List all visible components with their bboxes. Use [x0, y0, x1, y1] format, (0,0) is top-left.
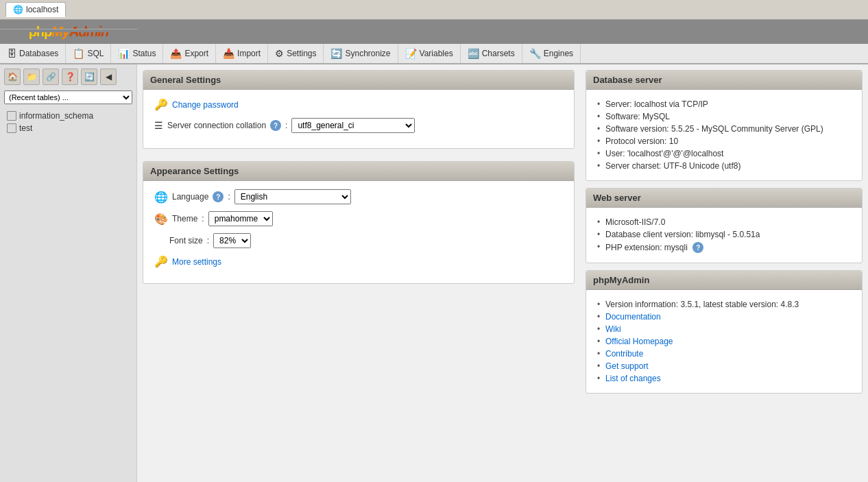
sidebar-link-button[interactable]: 🔗: [43, 69, 59, 85]
settings-icon: ⚙: [275, 48, 284, 59]
sidebar-nav-icons: 🏠 📁 🔗 ❓ 🔄 ◀: [4, 69, 132, 85]
language-icon: 🌐: [154, 191, 168, 204]
list-item-documentation[interactable]: Documentation: [597, 311, 851, 323]
sidebar-home-button[interactable]: 🏠: [4, 69, 21, 85]
tab-label: localhost: [26, 5, 58, 14]
sidebar-icons: [0, 29, 137, 32]
status-icon: 📊: [118, 48, 130, 59]
list-item: Microsoft-IIS/7.0: [597, 216, 851, 228]
import-icon: 📥: [223, 48, 234, 59]
nav-settings[interactable]: ⚙ Settings: [268, 44, 324, 63]
more-settings-link[interactable]: More settings: [172, 257, 221, 267]
collation-label: Server connection collation: [167, 121, 266, 130]
header-row: phpMyAdmin: [0, 20, 868, 44]
nav-databases[interactable]: 🗄 Databases: [0, 44, 66, 63]
general-settings-header: General Settings: [143, 71, 574, 90]
theme-select[interactable]: pmahomme: [208, 211, 273, 226]
nav-status[interactable]: 📊 Status: [111, 44, 163, 63]
list-item: User: 'localhost'@'@'@localhost: [597, 147, 851, 160]
general-settings-panel: General Settings 🔑 Change password ☰ Ser…: [143, 70, 575, 149]
phpmyadmin-header: phpMyAdmin: [586, 271, 862, 290]
theme-row: 🎨 Theme : pmahomme: [154, 211, 563, 226]
list-item: Server: localhost via TCP/IP: [597, 98, 851, 110]
sidebar-reload-button[interactable]: 🔄: [81, 69, 97, 85]
db-icon: [7, 111, 16, 121]
export-icon: 📤: [170, 48, 182, 59]
list-of-changes-link[interactable]: List of changes: [605, 374, 661, 383]
database-server-header: Database server: [586, 71, 862, 90]
list-item-contribute[interactable]: Contribute: [597, 348, 851, 360]
list-item: PHP extension: mysqli ?: [597, 241, 851, 254]
change-password-row: 🔑 Change password: [154, 98, 563, 111]
key-icon: 🔑: [154, 98, 168, 111]
sidebar-item-information-schema[interactable]: information_schema: [4, 110, 132, 122]
font-size-label: Font size: [154, 236, 203, 245]
list-item-list-of-changes[interactable]: List of changes: [597, 372, 851, 385]
list-item-get-support[interactable]: Get support: [597, 360, 851, 372]
nav-import[interactable]: 📥 Import: [216, 44, 268, 63]
sidebar: 🏠 📁 🔗 ❓ 🔄 ◀ (Recent tables) ... informat…: [0, 64, 137, 482]
nav-charsets[interactable]: 🔤 Charsets: [461, 44, 522, 63]
web-server-body: Microsoft-IIS/7.0 Database client versio…: [586, 208, 862, 263]
databases-icon: 🗄: [7, 48, 16, 59]
list-item-wiki[interactable]: Wiki: [597, 323, 851, 335]
web-server-panel: Web server Microsoft-IIS/7.0 Database cl…: [586, 188, 863, 263]
sidebar-help-button[interactable]: ❓: [62, 69, 78, 85]
database-server-list: Server: localhost via TCP/IP Software: M…: [597, 98, 851, 172]
sidebar-folder-button[interactable]: 📁: [23, 69, 40, 85]
language-help-icon[interactable]: ?: [213, 191, 224, 202]
tab-icon: 🌐: [13, 5, 23, 14]
db-icon: [7, 123, 16, 133]
phpmyadmin-list: Version information: 3.5.1, latest stabl…: [597, 298, 851, 385]
collation-select[interactable]: utf8_general_ci: [291, 118, 415, 133]
language-row: 🌐 Language ? : English: [154, 189, 563, 204]
web-server-header: Web server: [586, 189, 862, 208]
browser-tab[interactable]: 🌐 localhost: [5, 2, 66, 17]
database-server-body: Server: localhost via TCP/IP Software: M…: [586, 90, 862, 180]
php-ext-help-icon[interactable]: ?: [692, 242, 703, 253]
more-settings-icon: 🔑: [154, 255, 168, 268]
language-select[interactable]: English: [234, 189, 351, 204]
nav-sql[interactable]: 📋 SQL: [66, 44, 111, 63]
variables-icon: 📝: [405, 48, 417, 59]
collation-help-icon[interactable]: ?: [270, 120, 281, 131]
official-homepage-link[interactable]: Official Homepage: [605, 337, 673, 346]
nav-engines[interactable]: 🔧 Engines: [522, 44, 581, 63]
sql-icon: 📋: [73, 48, 84, 59]
general-settings-body: 🔑 Change password ☰ Server connection co…: [143, 90, 574, 148]
more-settings-row: 🔑 More settings: [154, 255, 563, 268]
sidebar-item-test[interactable]: test: [4, 122, 132, 134]
main-layout: 🏠 📁 🔗 ❓ 🔄 ◀ (Recent tables) ... informat…: [0, 64, 868, 482]
documentation-link[interactable]: Documentation: [605, 312, 661, 322]
tab-bar: 🌐 localhost: [0, 0, 868, 20]
list-item: Database client version: libmysql - 5.0.…: [597, 228, 851, 241]
phpmyadmin-body: Version information: 3.5.1, latest stabl…: [586, 290, 862, 393]
recent-tables-select[interactable]: (Recent tables) ...: [4, 91, 132, 104]
appearance-settings-body: 🌐 Language ? : English 🎨 Theme : pmah: [143, 181, 574, 283]
theme-icon: 🎨: [154, 213, 168, 226]
wiki-link[interactable]: Wiki: [605, 324, 621, 334]
list-item-version: Version information: 3.5.1, latest stabl…: [597, 298, 851, 311]
sidebar-collapse-button[interactable]: ◀: [100, 69, 117, 85]
nav-export[interactable]: 📤 Export: [163, 44, 216, 63]
synchronize-icon: 🔄: [330, 48, 342, 59]
nav-toolbar: 🗄 Databases 📋 SQL 📊 Status 📤 Export 📥 Im…: [0, 44, 868, 64]
change-password-link[interactable]: Change password: [172, 100, 239, 110]
engines-icon: 🔧: [529, 48, 541, 59]
web-server-list: Microsoft-IIS/7.0 Database client versio…: [597, 216, 851, 254]
collation-icon: ☰: [154, 120, 163, 131]
contribute-link[interactable]: Contribute: [605, 349, 643, 359]
appearance-settings-header: Appearance Settings: [143, 162, 574, 181]
list-item: Software version: 5.5.25 - MySQL Communi…: [597, 123, 851, 135]
list-item-official-homepage[interactable]: Official Homepage: [597, 335, 851, 348]
nav-synchronize[interactable]: 🔄 Synchronize: [324, 44, 398, 63]
font-size-row: Font size : 82%: [154, 233, 563, 248]
database-server-panel: Database server Server: localhost via TC…: [586, 70, 863, 181]
language-label: Language: [172, 192, 208, 202]
phpmyadmin-panel: phpMyAdmin Version information: 3.5.1, l…: [586, 270, 863, 394]
font-size-select[interactable]: 82%: [213, 233, 251, 248]
list-item: Server charset: UTF-8 Unicode (utf8): [597, 160, 851, 172]
nav-variables[interactable]: 📝 Variables: [398, 44, 461, 63]
get-support-link[interactable]: Get support: [605, 361, 649, 371]
content-area: General Settings 🔑 Change password ☰ Ser…: [137, 64, 580, 482]
